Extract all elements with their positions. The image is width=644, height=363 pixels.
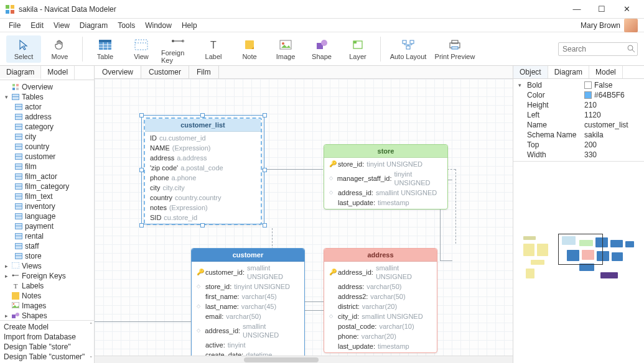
recent-row[interactable]: Design Table "customer" [2, 352, 91, 362]
tool-move[interactable]: Move [42, 35, 77, 63]
tree-table-item[interactable]: address [14, 112, 91, 122]
prop-bold[interactable]: False [584, 81, 612, 90]
tree-views[interactable]: ▸Views [2, 261, 91, 271]
menu-file[interactable]: File [4, 20, 26, 31]
menu-window[interactable]: Window [140, 20, 177, 31]
field-row[interactable]: district: varchar(20) [324, 301, 437, 311]
menu-help[interactable]: Help [177, 20, 202, 31]
tool-foreign-key[interactable]: Foreign Key [160, 32, 195, 67]
field-row[interactable]: address: varchar(50) [324, 282, 437, 292]
tree-table-item[interactable]: country [14, 142, 91, 152]
field-row[interactable]: postal_code: varchar(10) [324, 321, 437, 331]
tree-table-item[interactable]: payment [14, 221, 91, 231]
tree-table-item[interactable]: film_text [14, 191, 91, 201]
tree-images[interactable]: Images [2, 301, 91, 311]
field-row[interactable]: phone: varchar(20) [324, 331, 437, 341]
tree-table-item[interactable]: film_actor [14, 172, 91, 182]
field-row[interactable]: NAME (Expression) [145, 143, 261, 153]
tree-notes[interactable]: Notes [2, 291, 91, 301]
tab-diagram-props[interactable]: Diagram [548, 66, 589, 78]
menu-edit[interactable]: Edit [26, 20, 49, 31]
recent-row[interactable]: Import from Database [2, 332, 91, 342]
tool-auto-layout[interactable]: Auto Layout [386, 35, 431, 63]
field-row[interactable]: email: varchar(50) [192, 311, 304, 321]
resize-handle[interactable] [139, 113, 144, 117]
tree-shapes[interactable]: ▸Shapes [2, 311, 91, 320]
resize-handle[interactable] [263, 223, 267, 227]
field-row[interactable]: ◇address_id: smallint UNSIGNED [192, 321, 304, 340]
prop-schema[interactable]: sakila [584, 131, 604, 139]
resize-handle[interactable] [200, 223, 205, 227]
resize-handle[interactable] [263, 168, 267, 172]
tool-note[interactable]: Note [232, 35, 267, 63]
minimap[interactable] [513, 162, 644, 363]
resize-handle[interactable] [200, 113, 205, 117]
field-row[interactable]: active: tinyint [192, 340, 304, 350]
field-row[interactable]: last_update: timestamp [324, 198, 447, 208]
tool-view[interactable]: View [124, 35, 159, 63]
tree-foreign-keys[interactable]: ▸Foreign Keys [2, 271, 91, 281]
prop-height[interactable]: 210 [584, 101, 597, 109]
entity-address[interactable]: address 🔑address_id: smallint UNSIGNEDad… [324, 248, 437, 353]
tree-table-item[interactable]: city [14, 132, 91, 142]
field-row[interactable]: ◇store_id: tinyint UNSIGNED [192, 282, 304, 292]
tab-model[interactable]: Model [41, 66, 75, 80]
field-row[interactable]: phone a.phone [145, 173, 261, 183]
prop-color[interactable]: #64B5F6 [584, 91, 625, 99]
tool-image[interactable]: Image [268, 35, 303, 63]
field-row[interactable]: ◇last_name: varchar(45) [192, 301, 304, 311]
prop-width[interactable]: 330 [584, 150, 597, 159]
tree-table-item[interactable]: rental [14, 231, 91, 241]
tree-tables[interactable]: ▾Tables [2, 92, 91, 102]
resize-handle[interactable] [263, 113, 267, 117]
tree-table-item[interactable]: film_category [14, 182, 91, 191]
field-row[interactable]: SID cu.store_id [145, 213, 261, 223]
prop-top[interactable]: 200 [584, 140, 597, 149]
close-button[interactable]: ✕ [614, 1, 639, 18]
recent-scroll-down[interactable]: ˅ [90, 356, 93, 362]
field-row[interactable]: 🔑address_id: smallint UNSIGNED [324, 263, 437, 282]
field-row[interactable]: city city.city [145, 183, 261, 193]
search-input[interactable] [558, 42, 638, 56]
tree-table-item[interactable]: inventory [14, 201, 91, 211]
field-row[interactable]: address2: varchar(50) [324, 292, 437, 301]
prop-left[interactable]: 1120 [584, 111, 601, 119]
menu-diagram[interactable]: Diagram [75, 20, 113, 31]
tree-table-item[interactable]: language [14, 211, 91, 221]
field-row[interactable]: 🔑customer_id: smallint UNSIGNED [192, 263, 304, 282]
tab-diagram[interactable]: Diagram [0, 66, 41, 80]
tool-shape[interactable]: Shape [304, 35, 339, 63]
recent-row[interactable]: Design Table "store" [2, 342, 91, 352]
field-row[interactable]: ◇city_id: smallint UNSIGNED [324, 311, 437, 321]
tool-layer[interactable]: Layer [340, 35, 375, 63]
tree-overview[interactable]: Overview [2, 82, 91, 92]
field-row[interactable]: country country.country [145, 193, 261, 203]
canvas-tab-overview[interactable]: Overview [95, 66, 141, 78]
field-row[interactable]: ◇manager_staff_id: tinyint UNSIGNED [324, 169, 447, 188]
tree-table-item[interactable]: actor [14, 102, 91, 112]
maximize-button[interactable]: ☐ [589, 1, 614, 18]
field-row[interactable]: address a.address [145, 153, 261, 163]
tree-labels[interactable]: TLabels [2, 281, 91, 291]
entity-customer-list[interactable]: customer_list ID cu.customer_idNAME (Exp… [144, 117, 262, 225]
entity-customer[interactable]: customer 🔑customer_id: smallint UNSIGNED… [191, 248, 305, 363]
tree-table-item[interactable]: film [14, 162, 91, 172]
horizontal-scrollbar[interactable] [95, 356, 513, 363]
tool-print-preview[interactable]: Print Preview [432, 35, 478, 63]
user-label[interactable]: Mary Brown [581, 19, 640, 32]
tab-object[interactable]: Object [513, 66, 548, 78]
field-row[interactable]: 🔑store_id: tinyint UNSIGNED [324, 159, 447, 169]
resize-handle[interactable] [139, 168, 144, 172]
canvas-tab-film[interactable]: Film [189, 66, 219, 78]
tab-model-props[interactable]: Model [589, 66, 623, 78]
tool-table[interactable]: Table [88, 35, 123, 63]
tool-label[interactable]: TLabel [196, 35, 231, 63]
tree-table-item[interactable]: store [14, 251, 91, 261]
entity-store[interactable]: store 🔑store_id: tinyint UNSIGNED◇manage… [324, 144, 448, 209]
diagram-canvas[interactable]: customer_list ID cu.customer_idNAME (Exp… [95, 79, 513, 363]
resize-handle[interactable] [139, 223, 144, 227]
field-row[interactable]: notes (Expression) [145, 203, 261, 213]
recent-scroll-up[interactable]: ˄ [90, 322, 93, 328]
tree-table-item[interactable]: customer [14, 152, 91, 162]
field-row[interactable]: last_update: timestamp [324, 341, 437, 351]
